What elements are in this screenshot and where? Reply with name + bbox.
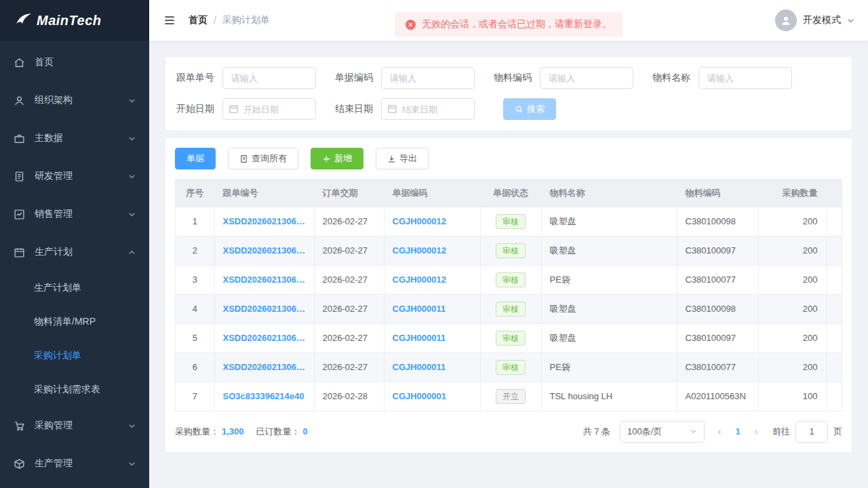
content: 跟单单号 单据编码 物料编码 物料名称 开始日期 <box>149 41 868 488</box>
column-header: 订单交期 <box>314 180 384 207</box>
sidebar-item-master-data[interactable]: 主数据 <box>0 119 149 157</box>
cell-due-date: 2026-02-27 <box>314 236 384 265</box>
tracking-link[interactable]: XSDD2026021306… <box>223 362 305 372</box>
tracking-link[interactable]: XSDD2026021306… <box>223 216 305 226</box>
start-date-input[interactable] <box>222 98 316 120</box>
tracking-link[interactable]: XSDD2026021306… <box>223 333 305 343</box>
cell-material-name: 吸塑盘 <box>541 207 677 236</box>
cell-extra <box>826 294 842 323</box>
user-menu[interactable]: 开发模式 <box>775 9 854 31</box>
query-all-button[interactable]: 查询所有 <box>228 148 298 169</box>
table-cell: 审核 <box>480 323 541 352</box>
plus-icon <box>322 155 331 163</box>
sidebar-item-home[interactable]: 首页 <box>0 43 149 81</box>
tracking-link[interactable]: XSDD2026021306… <box>223 274 305 285</box>
doc-button[interactable]: 单据 <box>175 148 216 169</box>
goto-page-input[interactable] <box>795 421 828 443</box>
sidebar-subitem-purchase-plan-order[interactable]: 采购计划单 <box>0 339 149 373</box>
add-button[interactable]: 新增 <box>311 148 363 169</box>
status-tag: 审核 <box>496 243 526 258</box>
doc-link[interactable]: CGJH000012 <box>393 274 447 285</box>
cell-extra <box>826 352 842 382</box>
doc-button-label: 单据 <box>186 152 204 165</box>
sidebar-item-sales-management[interactable]: 销售管理 <box>0 195 149 233</box>
page-size-value: 100条/页 <box>627 426 662 438</box>
doc-code-input[interactable] <box>381 67 475 89</box>
sidebar-item-production-management[interactable]: 生产管理 <box>0 445 149 483</box>
table-cell: 审核 <box>480 207 541 236</box>
column-header: 单据编码 <box>384 180 480 207</box>
hamburger-icon[interactable] <box>163 14 176 27</box>
column-header: 采购数量 <box>758 180 826 207</box>
sidebar-item-purchase-management[interactable]: 采购管理 <box>0 407 149 445</box>
cell-extra <box>826 236 842 265</box>
table-cell: 开立 <box>480 382 541 411</box>
table-cell: 审核 <box>480 352 541 382</box>
purchase-qty-value: 1,300 <box>222 426 244 436</box>
page-size-select[interactable]: 100条/页 <box>620 421 705 443</box>
user-icon <box>14 95 25 106</box>
doc-link[interactable]: CGJH000012 <box>393 216 447 226</box>
end-date-input[interactable] <box>381 98 475 120</box>
table-cell: CGJH000011 <box>384 323 480 352</box>
table-cell: CGJH000012 <box>384 265 480 294</box>
sidebar: MainTech 首页 组织架构 主数据 研发管理 销售管理 <box>0 0 149 488</box>
calendar-icon <box>14 247 25 258</box>
table-cell: CGJH000001 <box>384 382 480 411</box>
current-page[interactable]: 1 <box>730 426 745 436</box>
main-area: 首页 / 采购计划单 ✕ 无效的会话，或者会话已过期，请重新登录。 开发模式 跟… <box>149 0 868 488</box>
export-button[interactable]: 导出 <box>376 148 429 169</box>
column-header: 跟单编号 <box>214 180 314 207</box>
tracking-no-input[interactable] <box>222 67 316 89</box>
sidebar-subitem-production-plan-order[interactable]: 生产计划单 <box>0 271 149 305</box>
doc-link[interactable]: CGJH000012 <box>393 245 447 256</box>
prev-page-button[interactable]: ‹ <box>713 426 726 437</box>
table-cell: 审核 <box>480 294 541 323</box>
cell-material-code: C380100098 <box>677 294 758 323</box>
doc-link[interactable]: CGJH000011 <box>393 333 446 343</box>
table-header-row: 序号跟单编号订单交期单据编码单据状态物料名称物料编码采购数量 <box>176 180 842 207</box>
sidebar-item-production-planning[interactable]: 生产计划 <box>0 233 149 271</box>
cell-qty: 200 <box>758 323 826 352</box>
cell-material-name: 吸塑盘 <box>541 294 677 323</box>
tracking-link[interactable]: XSDD2026021306… <box>223 304 305 314</box>
table-cell: XSDD2026021306… <box>214 323 314 352</box>
logo-icon <box>15 13 33 28</box>
next-page-button[interactable]: › <box>749 426 763 437</box>
doc-link[interactable]: CGJH000011 <box>393 362 446 372</box>
cell-qty: 200 <box>758 294 826 323</box>
doc-link[interactable]: CGJH000011 <box>393 304 446 314</box>
status-tag: 审核 <box>496 360 526 375</box>
sidebar-subitem-bom-mrp[interactable]: 物料清单/MRP <box>0 305 149 339</box>
breadcrumb-current: 采购计划单 <box>222 14 270 26</box>
doc-link[interactable]: CGJH000001 <box>393 391 447 401</box>
tracking-link[interactable]: XSDD2026021306… <box>223 245 305 256</box>
search-button[interactable]: 搜索 <box>503 98 556 120</box>
chevron-down-icon <box>128 173 136 180</box>
cell-material-code: C380100077 <box>677 352 758 382</box>
chevron-down-icon <box>847 17 854 24</box>
table-row: 6XSDD2026021306…2026-02-27CGJH000011审核PE… <box>176 352 842 382</box>
search-icon <box>515 105 524 114</box>
tracking-link[interactable]: SO3c833396214e40 <box>223 391 304 401</box>
breadcrumb-separator: / <box>214 15 216 26</box>
material-code-input[interactable] <box>540 67 633 89</box>
purchase-qty-stat: 采购数量：1,300 <box>175 426 244 438</box>
cell-index: 4 <box>176 294 214 323</box>
table-row: 5XSDD2026021306…2026-02-27CGJH000011审核吸塑… <box>176 323 842 352</box>
material-name-input[interactable] <box>698 67 792 89</box>
sidebar-item-rd-management[interactable]: 研发管理 <box>0 157 149 195</box>
sidebar-subitem-purchase-plan-demand[interactable]: 采购计划需求表 <box>0 373 149 407</box>
chevron-down-icon <box>128 97 136 104</box>
sidebar-item-organization[interactable]: 组织架构 <box>0 81 149 119</box>
home-icon <box>14 57 25 68</box>
table-cell: CGJH000011 <box>384 294 480 323</box>
breadcrumb-home[interactable]: 首页 <box>189 14 208 26</box>
cell-qty: 100 <box>758 382 826 411</box>
breadcrumb: 首页 / 采购计划单 <box>189 14 270 26</box>
cell-due-date: 2026-02-27 <box>314 294 384 323</box>
cell-material-name: 吸塑盘 <box>541 236 677 265</box>
cell-material-name: PE袋 <box>541 265 677 294</box>
cell-material-name: 吸塑盘 <box>541 323 677 352</box>
cell-material-name: TSL housing LH <box>541 382 677 411</box>
